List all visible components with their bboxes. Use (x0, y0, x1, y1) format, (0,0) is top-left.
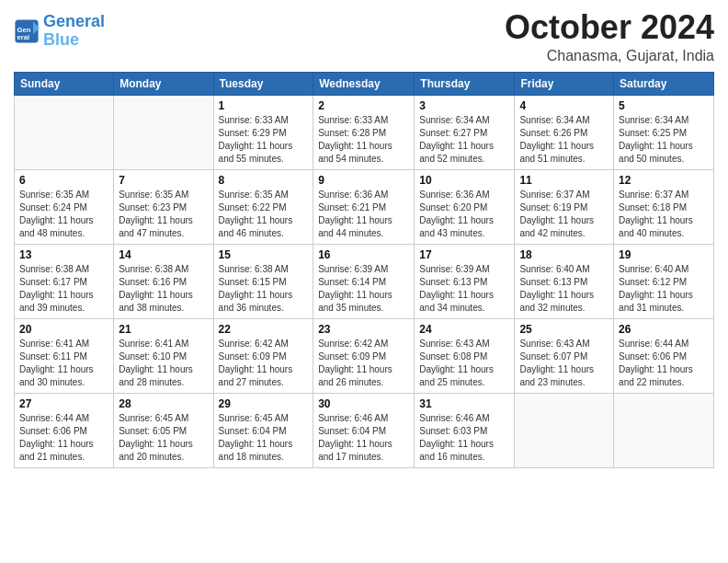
calendar-cell: 1Sunrise: 6:33 AMSunset: 6:29 PMDaylight… (213, 95, 313, 169)
day-number: 21 (119, 323, 208, 336)
calendar-header: SundayMondayTuesdayWednesdayThursdayFrid… (15, 72, 714, 95)
calendar-cell (114, 95, 213, 169)
calendar-week-1: 1Sunrise: 6:33 AMSunset: 6:29 PMDaylight… (15, 95, 714, 169)
cell-info: Sunrise: 6:33 AMSunset: 6:28 PMDaylight:… (318, 114, 409, 166)
title-area: October 2024 Chanasma, Gujarat, India (505, 9, 714, 64)
day-number: 11 (519, 174, 609, 187)
calendar-cell: 9Sunrise: 6:36 AMSunset: 6:21 PMDaylight… (313, 169, 415, 244)
calendar-cell: 31Sunrise: 6:46 AMSunset: 6:03 PMDayligh… (415, 393, 515, 467)
day-number: 5 (619, 99, 709, 112)
calendar-cell: 24Sunrise: 6:43 AMSunset: 6:08 PMDayligh… (415, 318, 515, 393)
day-number: 12 (619, 174, 709, 187)
cell-info: Sunrise: 6:39 AMSunset: 6:13 PMDaylight:… (419, 263, 509, 315)
cell-info: Sunrise: 6:42 AMSunset: 6:09 PMDaylight:… (318, 338, 409, 389)
header: Gen eral GeneralBlue October 2024 Chanas… (14, 9, 714, 64)
day-number: 4 (519, 99, 609, 112)
calendar-cell: 4Sunrise: 6:34 AMSunset: 6:26 PMDaylight… (515, 95, 614, 169)
day-number: 27 (19, 397, 108, 410)
calendar-cell: 12Sunrise: 6:37 AMSunset: 6:18 PMDayligh… (614, 169, 714, 244)
weekday-header-monday: Monday (114, 72, 213, 95)
cell-info: Sunrise: 6:35 AMSunset: 6:22 PMDaylight:… (219, 189, 309, 240)
cell-info: Sunrise: 6:35 AMSunset: 6:23 PMDaylight:… (119, 189, 208, 240)
calendar-cell: 19Sunrise: 6:40 AMSunset: 6:12 PMDayligh… (614, 244, 714, 318)
day-number: 7 (119, 174, 208, 187)
calendar-cell: 7Sunrise: 6:35 AMSunset: 6:23 PMDaylight… (114, 169, 213, 244)
calendar-cell: 17Sunrise: 6:39 AMSunset: 6:13 PMDayligh… (415, 244, 515, 318)
calendar-cell: 29Sunrise: 6:45 AMSunset: 6:04 PMDayligh… (213, 393, 313, 467)
cell-info: Sunrise: 6:38 AMSunset: 6:17 PMDaylight:… (19, 263, 108, 315)
cell-info: Sunrise: 6:46 AMSunset: 6:03 PMDaylight:… (419, 412, 509, 464)
logo-text: GeneralBlue (43, 13, 105, 50)
day-number: 10 (419, 174, 509, 187)
calendar-cell: 13Sunrise: 6:38 AMSunset: 6:17 PMDayligh… (15, 244, 114, 318)
calendar-cell: 18Sunrise: 6:40 AMSunset: 6:13 PMDayligh… (515, 244, 614, 318)
calendar-table: SundayMondayTuesdayWednesdayThursdayFrid… (14, 72, 714, 468)
cell-info: Sunrise: 6:38 AMSunset: 6:16 PMDaylight:… (119, 263, 208, 315)
cell-info: Sunrise: 6:45 AMSunset: 6:05 PMDaylight:… (119, 412, 208, 464)
cell-info: Sunrise: 6:42 AMSunset: 6:09 PMDaylight:… (219, 338, 309, 389)
cell-info: Sunrise: 6:36 AMSunset: 6:20 PMDaylight:… (419, 189, 509, 240)
calendar-week-2: 6Sunrise: 6:35 AMSunset: 6:24 PMDaylight… (15, 169, 714, 244)
day-number: 22 (219, 323, 309, 336)
weekday-header-tuesday: Tuesday (213, 72, 313, 95)
cell-info: Sunrise: 6:40 AMSunset: 6:13 PMDaylight:… (519, 263, 609, 315)
day-number: 16 (318, 248, 409, 261)
calendar-cell: 30Sunrise: 6:46 AMSunset: 6:04 PMDayligh… (313, 393, 415, 467)
day-number: 3 (419, 99, 509, 112)
cell-info: Sunrise: 6:43 AMSunset: 6:08 PMDaylight:… (419, 338, 509, 389)
calendar-cell: 5Sunrise: 6:34 AMSunset: 6:25 PMDaylight… (614, 95, 714, 169)
calendar-week-3: 13Sunrise: 6:38 AMSunset: 6:17 PMDayligh… (15, 244, 714, 318)
calendar-cell: 27Sunrise: 6:44 AMSunset: 6:06 PMDayligh… (15, 393, 114, 467)
calendar-cell: 16Sunrise: 6:39 AMSunset: 6:14 PMDayligh… (313, 244, 415, 318)
calendar-cell (15, 95, 114, 169)
day-number: 24 (419, 323, 509, 336)
day-number: 15 (219, 248, 309, 261)
weekday-header-wednesday: Wednesday (313, 72, 415, 95)
calendar-cell: 3Sunrise: 6:34 AMSunset: 6:27 PMDaylight… (415, 95, 515, 169)
weekday-header-thursday: Thursday (415, 72, 515, 95)
cell-info: Sunrise: 6:44 AMSunset: 6:06 PMDaylight:… (19, 412, 108, 464)
calendar-cell: 2Sunrise: 6:33 AMSunset: 6:28 PMDaylight… (313, 95, 415, 169)
day-number: 8 (219, 174, 309, 187)
day-number: 31 (419, 397, 509, 410)
weekday-header-saturday: Saturday (614, 72, 714, 95)
cell-info: Sunrise: 6:45 AMSunset: 6:04 PMDaylight:… (219, 412, 309, 464)
day-number: 14 (119, 248, 208, 261)
calendar-cell: 6Sunrise: 6:35 AMSunset: 6:24 PMDaylight… (15, 169, 114, 244)
calendar-cell: 25Sunrise: 6:43 AMSunset: 6:07 PMDayligh… (515, 318, 614, 393)
logo-icon: Gen eral (14, 18, 40, 44)
day-number: 29 (219, 397, 309, 410)
logo: Gen eral GeneralBlue (14, 13, 105, 50)
calendar-cell: 10Sunrise: 6:36 AMSunset: 6:20 PMDayligh… (415, 169, 515, 244)
cell-info: Sunrise: 6:41 AMSunset: 6:11 PMDaylight:… (19, 338, 108, 389)
cell-info: Sunrise: 6:34 AMSunset: 6:27 PMDaylight:… (419, 114, 509, 166)
cell-info: Sunrise: 6:38 AMSunset: 6:15 PMDaylight:… (219, 263, 309, 315)
day-number: 13 (19, 248, 108, 261)
cell-info: Sunrise: 6:41 AMSunset: 6:10 PMDaylight:… (119, 338, 208, 389)
weekday-header-sunday: Sunday (15, 72, 114, 95)
cell-info: Sunrise: 6:37 AMSunset: 6:19 PMDaylight:… (519, 189, 609, 240)
cell-info: Sunrise: 6:34 AMSunset: 6:26 PMDaylight:… (519, 114, 609, 166)
calendar-cell: 23Sunrise: 6:42 AMSunset: 6:09 PMDayligh… (313, 318, 415, 393)
calendar-cell: 22Sunrise: 6:42 AMSunset: 6:09 PMDayligh… (213, 318, 313, 393)
day-number: 20 (19, 323, 108, 336)
cell-info: Sunrise: 6:43 AMSunset: 6:07 PMDaylight:… (519, 338, 609, 389)
cell-info: Sunrise: 6:35 AMSunset: 6:24 PMDaylight:… (19, 189, 108, 240)
calendar-cell: 21Sunrise: 6:41 AMSunset: 6:10 PMDayligh… (114, 318, 213, 393)
cell-info: Sunrise: 6:44 AMSunset: 6:06 PMDaylight:… (619, 338, 709, 389)
calendar-cell: 8Sunrise: 6:35 AMSunset: 6:22 PMDaylight… (213, 169, 313, 244)
svg-text:eral: eral (17, 33, 30, 41)
cell-info: Sunrise: 6:39 AMSunset: 6:14 PMDaylight:… (318, 263, 409, 315)
day-number: 26 (619, 323, 709, 336)
day-number: 6 (19, 174, 108, 187)
calendar-week-5: 27Sunrise: 6:44 AMSunset: 6:06 PMDayligh… (15, 393, 714, 467)
calendar-cell: 26Sunrise: 6:44 AMSunset: 6:06 PMDayligh… (614, 318, 714, 393)
weekday-header-row: SundayMondayTuesdayWednesdayThursdayFrid… (15, 72, 714, 95)
calendar-cell: 20Sunrise: 6:41 AMSunset: 6:11 PMDayligh… (15, 318, 114, 393)
calendar-cell: 15Sunrise: 6:38 AMSunset: 6:15 PMDayligh… (213, 244, 313, 318)
calendar-cell: 28Sunrise: 6:45 AMSunset: 6:05 PMDayligh… (114, 393, 213, 467)
day-number: 17 (419, 248, 509, 261)
cell-info: Sunrise: 6:46 AMSunset: 6:04 PMDaylight:… (318, 412, 409, 464)
day-number: 9 (318, 174, 409, 187)
day-number: 30 (318, 397, 409, 410)
